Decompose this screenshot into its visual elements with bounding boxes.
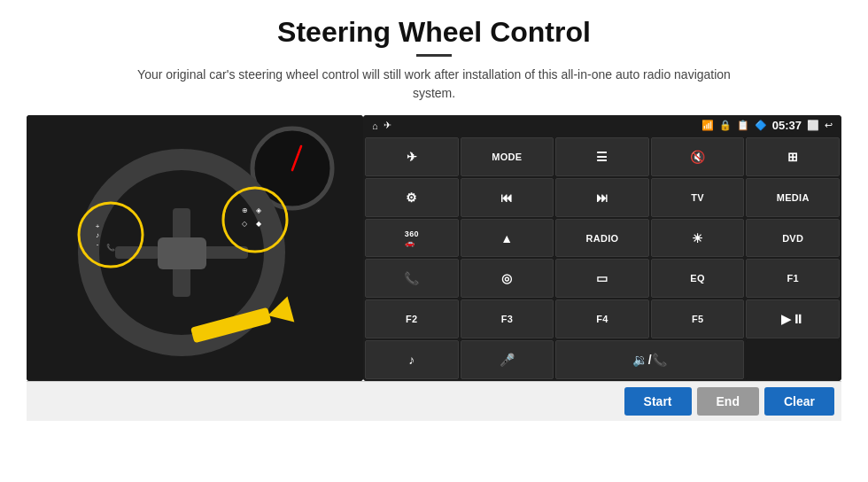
btn-empty bbox=[746, 340, 840, 379]
sim-icon: 📋 bbox=[737, 120, 749, 131]
btn-navigation[interactable]: ✈ bbox=[365, 137, 459, 176]
svg-text:+: + bbox=[96, 222, 100, 230]
btn-media[interactable]: MEDIA bbox=[746, 178, 840, 217]
head-unit-panel: ⌂ ✈ 📶 🔒 📋 🔷 05:37 ⬜ ↩ ✈ MODE ☰ bbox=[363, 115, 841, 381]
svg-text:♪: ♪ bbox=[96, 231, 99, 239]
btn-radio[interactable]: RADIO bbox=[555, 219, 649, 258]
btn-aspect[interactable]: ▭ bbox=[555, 259, 649, 298]
page-subtitle: Your original car's steering wheel contr… bbox=[124, 66, 744, 103]
svg-text:📞: 📞 bbox=[106, 243, 115, 252]
page-container: Steering Wheel Control Your original car… bbox=[0, 0, 868, 482]
back-icon: ↩ bbox=[825, 120, 833, 131]
btn-f4[interactable]: F4 bbox=[555, 299, 649, 338]
title-divider bbox=[416, 54, 452, 57]
btn-mic[interactable]: 🎤 bbox=[461, 340, 554, 379]
lock-icon: 🔒 bbox=[719, 120, 732, 131]
svg-text:⊕: ⊕ bbox=[242, 206, 248, 214]
btn-dvd[interactable]: DVD bbox=[746, 219, 840, 258]
btn-360[interactable]: 360🚗 bbox=[365, 219, 459, 258]
clear-button[interactable]: Clear bbox=[764, 387, 834, 416]
btn-vol-phone[interactable]: 🔉/📞 bbox=[555, 340, 744, 379]
bottom-bar: Start End Clear bbox=[27, 381, 841, 421]
btn-f3[interactable]: F3 bbox=[461, 299, 554, 338]
page-title: Steering Wheel Control bbox=[277, 16, 591, 49]
status-left: ⌂ ✈ bbox=[372, 120, 391, 131]
svg-text:◆: ◆ bbox=[256, 220, 262, 228]
cast-icon: ⬜ bbox=[807, 120, 819, 131]
btn-play-pause[interactable]: ▶⏸ bbox=[746, 299, 840, 338]
bt-icon: 🔷 bbox=[755, 120, 767, 131]
clock: 05:37 bbox=[772, 119, 802, 132]
home-icon: ⌂ bbox=[372, 120, 378, 131]
content-row: + ♪ - 📞 ⊕ ◈ ◇ ◆ ⌂ ✈ bbox=[27, 115, 841, 381]
steering-wheel-svg: + ♪ - 📞 ⊕ ◈ ◇ ◆ bbox=[27, 115, 363, 381]
steering-wheel-image: + ♪ - 📞 ⊕ ◈ ◇ ◆ bbox=[27, 115, 363, 381]
svg-rect-8 bbox=[158, 237, 206, 269]
wifi-icon: 📶 bbox=[701, 120, 714, 131]
control-grid: ✈ MODE ☰ 🔇 ⊞ ⚙ ⏮ ⏭ TV MEDIA 360🚗 ▲ RADIO… bbox=[363, 136, 841, 381]
status-bar: ⌂ ✈ 📶 🔒 📋 🔷 05:37 ⬜ ↩ bbox=[363, 115, 841, 136]
btn-f1[interactable]: F1 bbox=[746, 259, 840, 298]
btn-f2[interactable]: F2 bbox=[365, 299, 459, 338]
svg-text:-: - bbox=[97, 240, 99, 248]
btn-music[interactable]: ♪ bbox=[365, 340, 459, 379]
btn-mute[interactable]: 🔇 bbox=[651, 137, 745, 176]
btn-tv[interactable]: TV bbox=[651, 178, 745, 217]
btn-prev[interactable]: ⏮ bbox=[461, 178, 554, 217]
btn-apps[interactable]: ⊞ bbox=[746, 137, 840, 176]
svg-text:◇: ◇ bbox=[242, 220, 248, 228]
btn-phone[interactable]: 📞 bbox=[365, 259, 459, 298]
btn-brightness[interactable]: ☀ bbox=[651, 219, 745, 258]
status-right: 📶 🔒 📋 🔷 05:37 ⬜ ↩ bbox=[701, 119, 833, 132]
btn-next[interactable]: ⏭ bbox=[555, 178, 649, 217]
btn-settings[interactable]: ⚙ bbox=[365, 178, 459, 217]
end-button[interactable]: End bbox=[697, 387, 759, 416]
svg-text:◈: ◈ bbox=[256, 206, 262, 214]
btn-eq[interactable]: EQ bbox=[651, 259, 745, 298]
btn-screen-rotate[interactable]: ◎ bbox=[461, 259, 554, 298]
btn-eject[interactable]: ▲ bbox=[461, 219, 554, 258]
start-button[interactable]: Start bbox=[624, 387, 692, 416]
btn-list[interactable]: ☰ bbox=[555, 137, 649, 176]
btn-mode[interactable]: MODE bbox=[461, 137, 554, 176]
btn-f5[interactable]: F5 bbox=[651, 299, 745, 338]
nav-icon: ✈ bbox=[384, 120, 391, 131]
